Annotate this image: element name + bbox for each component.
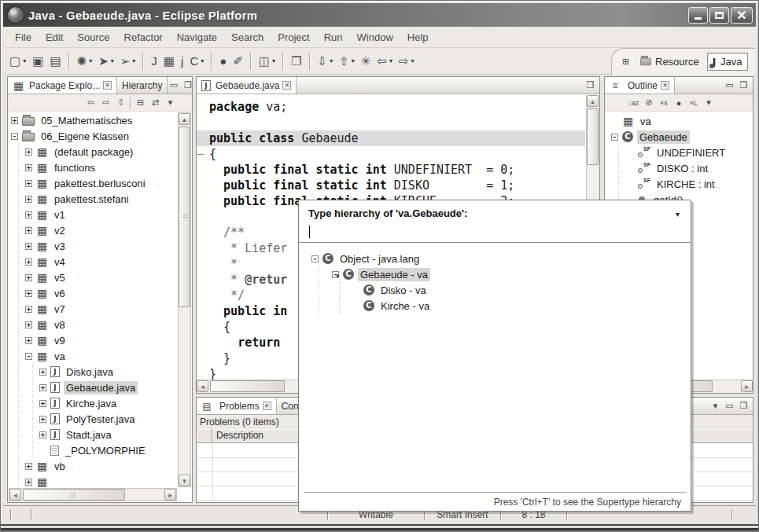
maximize-window-button[interactable]: [709, 7, 729, 24]
dropdown-arrow-icon[interactable]: ▾: [132, 57, 135, 64]
tree-item[interactable]: CKirche - va: [308, 298, 691, 314]
run-external-tools-icon[interactable]: ➢▾: [118, 53, 138, 70]
maximize-view-icon[interactable]: ❒: [584, 79, 596, 92]
maximize-view-icon[interactable]: ❒: [738, 400, 750, 413]
minimize-view-icon[interactable]: ▭: [724, 400, 735, 413]
expander-icon[interactable]: +: [25, 306, 32, 313]
dropdown-arrow-icon[interactable]: ▾: [23, 57, 26, 64]
scroll-up-icon[interactable]: ▴: [587, 95, 599, 107]
minimize-view-icon[interactable]: ▭: [724, 79, 735, 92]
maximize-view-icon[interactable]: ❒: [738, 79, 750, 92]
scrollbar-thumb[interactable]: [23, 489, 125, 501]
dropdown-arrow-icon[interactable]: ▾: [111, 57, 114, 64]
close-tab-icon[interactable]: ✕: [282, 81, 291, 90]
code-line[interactable]: {: [209, 146, 585, 162]
expander-icon[interactable]: +: [39, 400, 46, 407]
expander-icon[interactable]: +: [25, 259, 32, 266]
open-perspective-icon[interactable]: ◫▾: [256, 53, 278, 70]
sort-icon[interactable]: ↓az: [627, 97, 639, 109]
dropdown-arrow-icon[interactable]: ▾: [272, 57, 275, 64]
tree-item[interactable]: +▦v5: [8, 270, 177, 285]
tree-item[interactable]: -C▸Gebaeude - va: [308, 266, 691, 282]
menu-navigate[interactable]: Navigate: [170, 29, 224, 46]
menu-search[interactable]: Search: [224, 29, 271, 46]
type-filter-input[interactable]: [299, 222, 691, 243]
tree-item[interactable]: -▦va: [8, 348, 177, 364]
vertical-scrollbar[interactable]: ▴ ▾: [178, 112, 191, 487]
up-icon[interactable]: ⇧: [115, 97, 127, 109]
dropdown-arrow-icon[interactable]: ▾: [389, 57, 392, 64]
tree-item[interactable]: -06_Eigene Klassen: [8, 128, 177, 144]
code-line[interactable]: package va;: [209, 99, 585, 115]
scroll-down-icon[interactable]: ▾: [179, 475, 190, 486]
tree-item[interactable]: +▦(default package): [8, 144, 177, 160]
scroll-left-icon[interactable]: ◂: [197, 380, 208, 392]
previous-annotation-icon[interactable]: ⇧▾: [337, 53, 357, 70]
menu-window[interactable]: Window: [350, 29, 400, 46]
collapse-all-icon[interactable]: ⊟: [134, 97, 146, 109]
tree-item[interactable]: +05_Mathematisches: [8, 112, 177, 128]
new-wizard-icon[interactable]: ▢▾: [7, 53, 28, 70]
hide-fields-icon[interactable]: ⊘: [643, 97, 655, 109]
tree-item[interactable]: -CObject - java.lang: [308, 251, 691, 266]
horizontal-scrollbar[interactable]: ◂ ▸: [9, 488, 177, 501]
expander-icon[interactable]: -: [311, 255, 319, 262]
tree-item[interactable]: +JDisko.java: [8, 364, 177, 380]
tree-item[interactable]: +▦pakettest.berlusconi: [8, 175, 177, 191]
expander-icon[interactable]: +: [25, 290, 32, 297]
open-type-icon[interactable]: ●: [217, 53, 229, 70]
tree-item[interactable]: SFKIRCHE : int: [605, 176, 751, 192]
last-edit-location-icon[interactable]: ✳: [359, 53, 374, 70]
expander-icon[interactable]: -: [25, 353, 32, 360]
tab-hierarchy[interactable]: Hierarchy: [117, 77, 168, 94]
tree-item[interactable]: SFUNDEFINIERT: [605, 145, 751, 160]
scrollbar-thumb[interactable]: [179, 127, 190, 307]
expander-icon[interactable]: +: [25, 149, 32, 156]
maximize-view-icon[interactable]: ❒: [182, 79, 193, 92]
expander-icon[interactable]: +: [25, 479, 32, 486]
tab-problems[interactable]: ▤ Problems ✕: [197, 398, 277, 414]
code-line[interactable]: public final static int DISKO = 1;: [209, 178, 585, 193]
titlebar[interactable]: Java - Gebaeude.java - Eclipse Platform …: [3, 3, 756, 27]
new-java-file-icon[interactable]: j: [179, 53, 186, 70]
next-annotation-icon[interactable]: ⇩▾: [315, 53, 336, 70]
view-menu-icon[interactable]: ▾: [164, 97, 176, 109]
column-header-severity[interactable]: [197, 429, 212, 442]
dropdown-arrow-icon[interactable]: ▾: [89, 57, 92, 64]
expander-icon[interactable]: +: [25, 196, 32, 203]
minimize-window-button[interactable]: [688, 7, 708, 24]
scroll-left-icon[interactable]: ◂: [9, 489, 21, 501]
minimize-view-icon[interactable]: ▭: [168, 79, 179, 92]
expander-icon[interactable]: +: [25, 243, 32, 250]
close-tab-icon[interactable]: ✕: [263, 402, 271, 410]
code-line[interactable]: [209, 115, 585, 130]
scroll-up-icon[interactable]: ▴: [179, 113, 190, 125]
expander-icon[interactable]: +: [11, 117, 18, 124]
tree-item[interactable]: +JStadt.java: [8, 427, 177, 442]
hide-static-icon[interactable]: ×s: [658, 97, 670, 109]
new-java-project-icon[interactable]: J: [149, 53, 160, 70]
code-line[interactable]: public final static int UNDEFINIERT = 0;: [209, 162, 585, 178]
menu-project[interactable]: Project: [271, 29, 316, 46]
tree-item[interactable]: +▦v9: [8, 332, 177, 348]
back-icon[interactable]: ⇦▾: [374, 53, 395, 70]
tree-item[interactable]: +▦functions: [8, 160, 177, 175]
menu-run[interactable]: Run: [317, 29, 350, 46]
tree-item[interactable]: +▦: [8, 474, 177, 487]
expander-icon[interactable]: -: [11, 133, 18, 140]
tree-item[interactable]: +▦pakettest.stefani: [8, 191, 177, 207]
scroll-right-icon[interactable]: ▸: [741, 380, 753, 392]
forward-icon[interactable]: ⇨: [100, 97, 112, 109]
expander-icon[interactable]: +: [25, 164, 32, 171]
tree-item[interactable]: +▦vb: [8, 458, 177, 474]
tree-item[interactable]: +▦v7: [8, 301, 177, 317]
tab-package-explorer[interactable]: ▦ Package Explo... ✕: [8, 77, 117, 94]
close-tab-icon[interactable]: ✕: [103, 81, 112, 90]
menu-help[interactable]: Help: [400, 29, 436, 46]
menu-edit[interactable]: Edit: [39, 29, 70, 46]
dropdown-arrow-icon[interactable]: ▾: [201, 57, 204, 64]
perspective-java-button[interactable]: J Java: [707, 53, 748, 71]
copy-icon[interactable]: ❐: [289, 53, 304, 70]
expander-icon[interactable]: +: [25, 337, 32, 344]
print-icon[interactable]: ▤: [47, 53, 63, 70]
